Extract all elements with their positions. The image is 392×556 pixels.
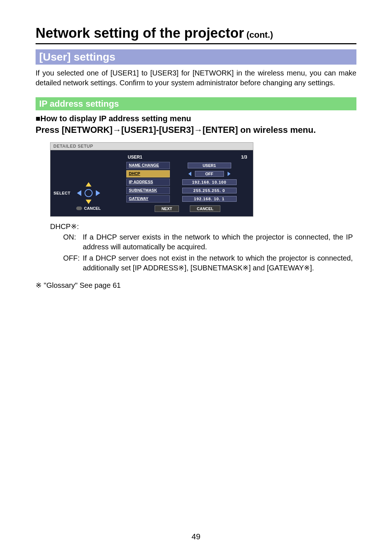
page-title: Network setting of the projector (cont.) [36, 25, 356, 44]
arrow-left-icon [77, 190, 81, 196]
page-number: 49 [0, 532, 392, 541]
value-ip: 192.168. 10.100 [182, 179, 237, 185]
osd-next-button: NEXT [155, 205, 179, 212]
osd-navpad: SELECT CANCEL [55, 154, 122, 212]
row-gateway: GATEWAY 192.168. 10. 1 [126, 195, 249, 203]
label-gateway: GATEWAY [126, 195, 170, 203]
dhcp-on-text: If a DHCP server exists in the network t… [83, 232, 353, 252]
title-main: Network setting of the projector [36, 25, 244, 41]
glossary-note: ※ "Glossary" See page 61 [36, 281, 356, 290]
triangle-right-icon [228, 172, 230, 176]
osd-screenshot: DETAILED SETUP SELECT CANCEL USER [50, 142, 253, 217]
dhcp-on-key: ON: [63, 232, 83, 252]
label-subnet: SUBNETMASK [126, 187, 170, 194]
value-subnet: 255.255.255. 0 [182, 188, 237, 193]
arrow-up-icon [86, 182, 91, 187]
osd-cancel-button: CANCEL [190, 205, 220, 212]
select-label: SELECT [54, 191, 70, 195]
section-ip-address: IP address settings [36, 97, 356, 110]
triangle-left-icon [188, 172, 191, 176]
arrow-down-icon [86, 200, 91, 204]
enter-button-icon [85, 189, 93, 197]
dhcp-off-text: If a DHCP server does not exist in the n… [83, 253, 353, 273]
osd-header-user: USER1 [128, 155, 142, 160]
intro-paragraph: If you selected one of [USER1] to [USER3… [36, 68, 356, 88]
title-cont: (cont.) [244, 30, 273, 40]
value-dhcp: OFF [195, 171, 224, 177]
label-name-change: NAME CHANGE [126, 162, 170, 169]
osd-panel-title: DETAILED SETUP [50, 142, 253, 150]
press-instruction: Press [NETWORK]→[USER1]-[USER3]→[ENTER] … [36, 124, 356, 136]
row-subnet: SUBNETMASK 255.255.255. 0 [126, 187, 249, 194]
value-gateway: 192.168. 10. 1 [182, 196, 237, 202]
row-name-change: NAME CHANGE USER1 [126, 162, 249, 169]
row-dhcp: DHCP OFF [126, 170, 249, 177]
value-name-change: USER1 [188, 163, 231, 168]
dhcp-off-key: OFF: [63, 253, 83, 273]
label-dhcp: DHCP [126, 170, 170, 177]
section-user-settings: [User] settings [36, 49, 356, 65]
subhead-howto: ■How to display IP address setting menu [36, 114, 356, 123]
row-ip: IP ADDRESS 192.168. 10.100 [126, 179, 249, 186]
dhcp-heading: DHCP※: [50, 222, 353, 232]
cancel-button-icon [76, 207, 82, 210]
arrow-right-icon [96, 190, 100, 196]
osd-header-page: 1/3 [241, 155, 247, 160]
cancel-label: CANCEL [84, 206, 101, 210]
label-ip: IP ADDRESS [126, 179, 170, 186]
